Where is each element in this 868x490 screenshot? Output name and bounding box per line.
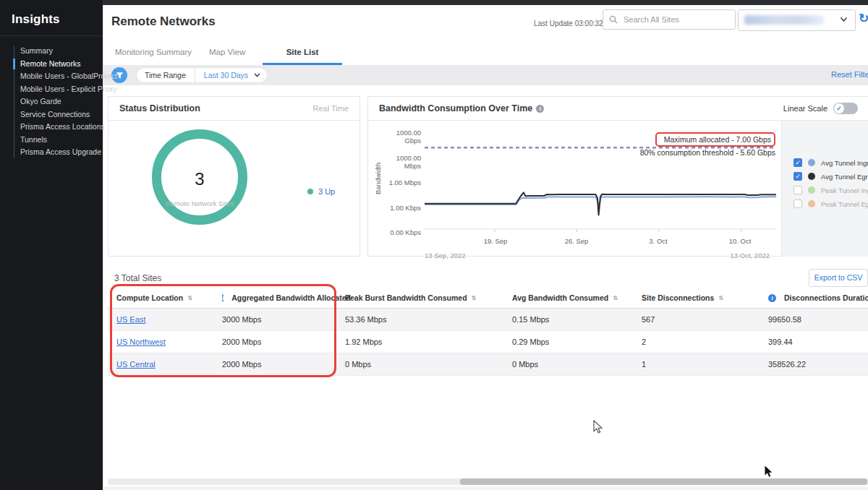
table-row: US Northwest 2000 Mbps 1.92 Mbps 0.29 Mb…	[108, 331, 868, 353]
y-tick-4: 0.00 Kbps	[381, 228, 421, 236]
sidebar-item-mobile-users-explicit-proxy[interactable]: Mobile Users - Explicit Proxy	[0, 83, 103, 96]
total-sites-label: 3 Total Sites	[114, 273, 161, 283]
cell-disconnections: 2	[642, 338, 768, 346]
main-content: Remote Networks Last Update 03:00:32 PM …	[103, 5, 868, 490]
tab-site-list[interactable]: Site List	[263, 40, 342, 65]
site-link-us-northwest[interactable]: US Northwest	[116, 338, 166, 346]
legend-label-2: Peak Tunnel Ingress	[821, 186, 868, 194]
sort-icon[interactable]: ⇅	[187, 295, 192, 301]
time-range-value[interactable]: Last 30 Days	[195, 71, 254, 79]
col-aggregated-bandwidth-allocated[interactable]: iAggregated Bandwidth Allocated	[222, 293, 345, 302]
sidebar-item-okyo-garde[interactable]: Okyo Garde	[0, 95, 103, 108]
legend-checkbox-3[interactable]	[793, 199, 802, 208]
legend-dot-0	[808, 159, 815, 166]
sidebar-item-prisma-access-locations[interactable]: Prisma Access Locations	[0, 121, 103, 134]
linear-scale-toggle[interactable]: ✓	[833, 103, 858, 114]
info-icon[interactable]: i	[536, 105, 544, 113]
site-link-us-east[interactable]: US East	[116, 315, 145, 324]
bandwidth-card-title: Bandwidth Consumption Over Timei	[379, 103, 544, 113]
sidebar-item-remote-networks[interactable]: Remote Networks	[0, 58, 103, 71]
cell-disconnections: 1	[642, 360, 768, 369]
cell-allocated: 3000 Mbps	[222, 315, 345, 324]
legend-dot-1	[808, 173, 815, 180]
cell-peak-burst: 1.92 Mbps	[345, 338, 512, 346]
legend-dot-3	[808, 200, 815, 207]
sidebar-item-mobile-users-globalprotect[interactable]: Mobile Users - GlobalProtect	[0, 70, 103, 83]
legend-item-peak-tunnel-egress[interactable]: Peak Tunnel Egress	[793, 199, 868, 208]
cell-avg-consumed: 0 Mbps	[512, 360, 642, 369]
bottom-strip	[103, 486, 868, 490]
table-row: US Central 2000 Mbps 0 Mbps 0 Mbps 1 358…	[108, 353, 868, 376]
time-range-label: Time Range	[136, 71, 195, 79]
x-tick-3: 10. Oct	[729, 237, 752, 245]
legend-checkbox-1[interactable]: ✓	[793, 172, 802, 181]
legend-label-1: Avg Tunnel Egress	[821, 173, 868, 181]
legend-checkbox-2[interactable]	[793, 186, 802, 194]
bandwidth-card: Bandwidth Consumption Over Timei Linear …	[367, 96, 868, 257]
legend-dot-2	[808, 186, 815, 194]
horizontal-scrollbar-track[interactable]	[108, 478, 868, 485]
x-tick-2: 3. Oct	[649, 237, 667, 245]
bandwidth-card-header: Bandwidth Consumption Over Timei Linear …	[368, 97, 868, 121]
sort-icon[interactable]: ⇅	[472, 295, 476, 301]
status-distribution-card: Status Distribution Real Time 3 Remote N…	[108, 96, 360, 257]
sidebar-item-summary[interactable]: Summary	[0, 45, 103, 58]
search-input[interactable]	[622, 14, 726, 25]
x-range-end: 13 Oct, 2022	[731, 252, 770, 259]
y-tick-2: 1.00 Mbps	[381, 179, 421, 186]
legend-item-avg-tunnel-egress[interactable]: ✓ Avg Tunnel Egress	[793, 172, 868, 181]
cell-allocated: 2000 Mbps	[222, 338, 345, 346]
cell-duration: 399.44	[768, 338, 868, 346]
legend-item-peak-tunnel-ingress[interactable]: Peak Tunnel Ingress	[793, 186, 868, 194]
legend-checkbox-0[interactable]: ✓	[793, 158, 802, 167]
info-icon[interactable]: i	[222, 294, 224, 302]
info-icon[interactable]: i	[768, 294, 776, 302]
cell-disconnections: 567	[642, 315, 768, 324]
sort-icon[interactable]: ⇅	[613, 295, 617, 301]
threshold-annotation: 80% consumption threshold - 5.60 Gbps	[640, 148, 775, 157]
sidebar-item-prisma-access-upgrade[interactable]: Prisma Access Upgrade	[0, 146, 103, 159]
x-tick-1: 26. Sep	[565, 237, 589, 245]
reset-filters-link[interactable]: Reset Filters	[831, 70, 868, 79]
y-axis-title: Bandwidth	[374, 163, 382, 194]
page-title: Remote Networks	[111, 14, 216, 29]
col-compute-location[interactable]: Compute Location⇅	[116, 293, 222, 302]
max-allocated-annotation: Maximum allocated - 7.00 Gbps	[664, 135, 771, 144]
tenant-selector-blurred-value	[744, 15, 824, 25]
real-time-label: Real Time	[312, 104, 349, 113]
chevron-down-icon	[254, 73, 268, 77]
status-card-header: Status Distribution Real Time	[109, 97, 359, 121]
cell-allocated: 2000 Mbps	[222, 360, 345, 369]
refresh-icon[interactable]: ↻	[859, 11, 868, 26]
tenant-selector[interactable]	[738, 9, 856, 31]
cell-peak-burst: 53.36 Mbps	[345, 315, 512, 324]
sidebar-item-tunnels[interactable]: Tunnels	[0, 134, 103, 147]
time-range-pill[interactable]: Time Range Last 30 Days	[136, 67, 268, 83]
legend-item-avg-tunnel-ingress[interactable]: ✓ Avg Tunnel Ingress	[793, 158, 868, 167]
app-root: Insights Summary Remote Networks Mobile …	[0, 0, 868, 490]
cell-avg-consumed: 0.15 Mbps	[512, 315, 642, 324]
legend-label-0: Avg Tunnel Ingress	[821, 159, 868, 167]
cell-avg-consumed: 0.29 Mbps	[512, 338, 642, 346]
site-link-us-central[interactable]: US Central	[116, 360, 156, 369]
sidebar-divider	[0, 35, 103, 36]
tab-map-view[interactable]: Map View	[209, 40, 245, 65]
col-site-disconnections[interactable]: Site Disconnections⇅	[642, 293, 768, 302]
sort-icon[interactable]: ⇅	[718, 295, 723, 301]
status-legend-item[interactable]: 3 Up	[307, 187, 335, 196]
col-peak-burst-bandwidth-consumed[interactable]: Peak Burst Bandwidth Consumed⇅	[345, 293, 512, 302]
col-disconnections-duration[interactable]: iDisconnections Duration	[768, 293, 868, 302]
export-to-csv-button[interactable]: Export to CSV	[809, 269, 868, 287]
sidebar-item-service-connections[interactable]: Service Connections	[0, 108, 103, 121]
legend-label-3: Peak Tunnel Egress	[821, 200, 868, 208]
x-tick-0: 19. Sep	[484, 237, 508, 245]
status-donut-count: 3	[152, 169, 247, 189]
horizontal-scrollbar-thumb[interactable]	[460, 478, 867, 485]
search-box[interactable]	[603, 9, 736, 30]
table-header-row: Compute Location⇅ iAggregated Bandwidth …	[108, 288, 868, 309]
sites-table: Compute Location⇅ iAggregated Bandwidth …	[108, 288, 868, 376]
tab-bar: Monitoring Summary Map View Site List	[103, 40, 868, 66]
col-avg-bandwidth-consumed[interactable]: Avg Bandwidth Consumed⇅	[512, 293, 642, 302]
tab-monitoring-summary[interactable]: Monitoring Summary	[115, 40, 192, 65]
cell-duration: 358526.22	[768, 360, 868, 369]
